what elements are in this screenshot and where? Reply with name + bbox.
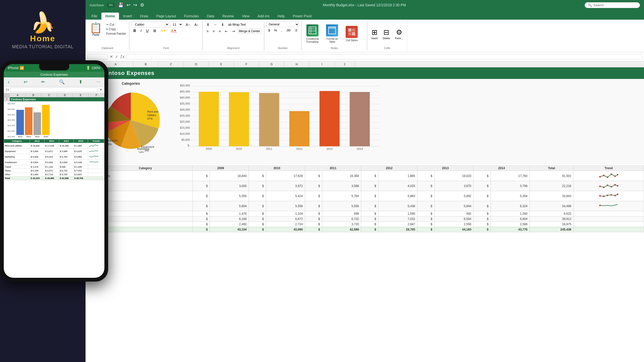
bold-button[interactable]: B [132,28,138,33]
iphone-screen: iPhone 📶 2:30 PM 🔋 100% Contoso Expenses… [4,64,104,278]
format-painter-button[interactable]: Format Painter [105,32,127,36]
col-header-e[interactable]: E [209,61,234,67]
conditional-formatting-button[interactable]: ConditionalFormatting [304,23,321,44]
iphone-col-c[interactable]: C [41,93,57,97]
align-center-button[interactable]: ≡ [211,28,216,34]
iphone-more-icon[interactable]: ··· [97,79,100,84]
col-header-g[interactable]: G [259,61,284,67]
paste-button[interactable]: 📋 Paste [88,22,104,37]
col-header-b[interactable]: B [133,61,158,67]
tab-formulas[interactable]: Formulas [180,13,203,20]
copy-button[interactable]: ⎘ Copy [105,27,127,31]
format-button[interactable]: ⚙ Form... [393,27,405,41]
confirm-formula-icon[interactable]: ✓ [115,54,118,59]
tab-file[interactable]: File [88,13,101,20]
cell-styles-button[interactable]: Cell Styles [343,25,360,43]
search-box[interactable]: 🔍 Search [585,2,640,8]
tab-page-layout[interactable]: Page Layout [152,13,180,20]
dec-inc-button[interactable]: .00 [284,28,292,33]
iphone-pen-icon[interactable]: ✏ [41,79,45,85]
comma-button[interactable]: , [279,28,284,33]
tab-home[interactable]: Home [101,13,119,20]
font-name-select[interactable]: Calibri [132,22,169,27]
dec-dec-button[interactable]: .0 [293,28,299,33]
tab-draw[interactable]: Draw [136,13,152,20]
iphone-col-b[interactable]: B [26,93,42,97]
iphone-formula-input[interactable] [11,87,98,92]
customize-icon[interactable]: ⚙ [140,2,144,8]
font-size-select[interactable]: 11 [170,22,183,27]
col-header-c[interactable]: C [158,61,184,67]
trend-3 [574,191,644,201]
align-right-button[interactable]: ≡ [217,28,222,34]
col-header-h[interactable]: H [284,61,309,67]
font-shrink-button[interactable]: A↓ [193,22,200,27]
format-as-table-button[interactable]: Format asTable [323,23,341,44]
iphone-undo-icon[interactable]: ↩ [24,79,27,85]
tab-help[interactable]: Help [273,13,289,20]
y-label-30k: $30,000 [180,108,190,111]
redo-icon[interactable]: ↪ [133,2,137,8]
iphone-share-icon[interactable]: ⬆ [79,79,83,85]
bar-label-2014: 2014 [357,147,363,150]
tab-insert[interactable]: Insert [119,13,136,20]
cell-2009-1[interactable]: $ [193,171,210,181]
formula-input[interactable] [127,54,642,59]
col-header-i[interactable]: I [309,61,335,67]
tab-power-pivot[interactable]: Power Pivot [289,13,316,20]
tab-view[interactable]: View [238,13,254,20]
underline-button[interactable]: U [144,28,150,33]
wrap-text-button[interactable]: ab Wrap Text [226,22,248,27]
iphone-col-e[interactable]: E [73,93,89,97]
svg-rect-7 [352,28,355,32]
number-format-select[interactable]: General [266,22,299,27]
cut-button[interactable]: ✂ Cut [105,23,127,27]
align-left-button[interactable]: ≡ [205,28,210,34]
iphone-carrier: iPhone 📶 [8,66,24,70]
italic-button[interactable]: I [139,28,143,33]
iphone-toolbar: ‹ ↩ ✏ 🔍 ⬆ ··· [4,77,104,86]
delete-button[interactable]: ⊟ Delete [381,27,392,41]
undo-icon[interactable]: ↩ [127,2,130,8]
cancel-formula-icon[interactable]: ✕ [110,54,113,59]
cell-cat-equipment[interactable] [98,181,193,191]
cell-cat-utilities[interactable]: Utilities [98,171,193,181]
align-bottom-button[interactable]: ⬇ [219,22,226,28]
iphone-table-row: Freelancers $ 5,604$ 5,556 $ 5,556$ 5,43… [4,160,104,165]
fill-color-button[interactable]: A▼ [159,28,168,33]
col-header-j[interactable]: J [335,61,355,67]
iphone-dropdown-icon[interactable]: ▼ [99,88,102,92]
col-header-f[interactable]: F [234,61,259,67]
iphone-back-icon[interactable]: ‹ [8,79,10,85]
indent-more-button[interactable]: ⇥ [230,28,237,34]
styles-group: ConditionalFormatting Format asTable Cel… [302,21,367,51]
iphone-col-d[interactable]: D [57,93,73,97]
iphone-search-icon[interactable]: 🔍 [59,79,65,85]
percent-button[interactable]: % [272,28,279,33]
dollar-button[interactable]: $ [266,28,272,33]
font-color-button[interactable]: A▼ [169,28,179,33]
border-button[interactable]: ⊞ [151,28,158,33]
iphone-title-row: 1 Contoso Expenses [4,97,104,101]
align-top-button[interactable]: ⬆ [205,22,211,28]
autosave-toggle[interactable]: On [107,3,115,7]
save-icon[interactable]: 💾 [118,2,124,8]
align-middle-button[interactable]: ↔ [212,22,219,28]
insert-button[interactable]: ⊞ Insert [369,27,380,41]
cell-reference-input[interactable] [88,54,108,59]
insert-function-icon[interactable]: ƒx [120,55,125,59]
iphone-col-a[interactable]: A [10,93,26,97]
iphone-table-row: Marketing $ 5,556$ 5,424 $ 5,784$ 5,883 [4,154,104,160]
tab-review[interactable]: Review [218,13,238,20]
iphone-col-f[interactable]: F [89,93,104,97]
font-grow-button[interactable]: A↑ [184,22,191,27]
cell-total-label[interactable]: Total [98,227,193,232]
merge-center-button[interactable]: Merge & Center [237,29,262,34]
title-bar-right: 🔍 Search [585,2,640,8]
col-header-d[interactable]: D [184,61,209,67]
tab-data[interactable]: Data [203,13,218,20]
tab-add-ins[interactable]: Add-ins [254,13,273,20]
ribbon-tabs: File Home Insert Draw Page Layout Formul… [86,10,644,20]
indent-less-button[interactable]: ⇤ [223,28,230,34]
insert-icon: ⊞ [372,28,377,36]
